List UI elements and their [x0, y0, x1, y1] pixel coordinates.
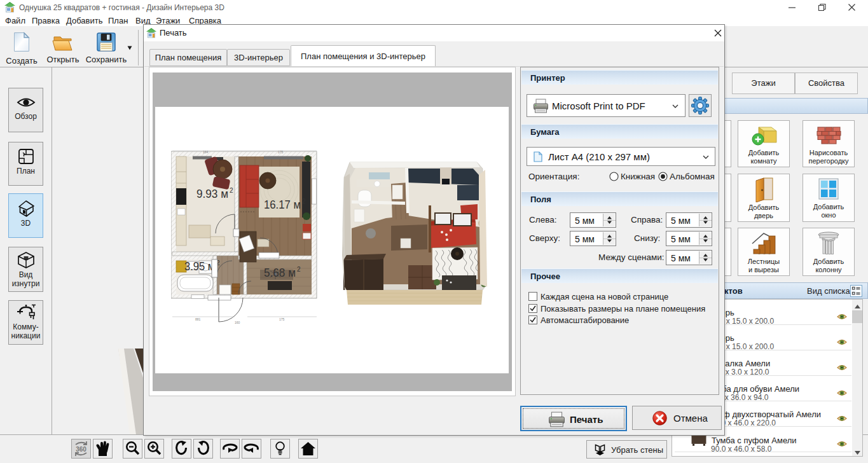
svg-text:175: 175	[279, 317, 285, 321]
svg-text:160: 160	[235, 321, 240, 324]
svg-text:2: 2	[230, 187, 233, 194]
svg-text:164: 164	[203, 150, 209, 154]
svg-text:5.68 м: 5.68 м	[264, 266, 296, 279]
svg-text:9.93 м: 9.93 м	[196, 187, 228, 200]
svg-text:2: 2	[297, 266, 301, 273]
svg-text:2: 2	[302, 198, 306, 205]
svg-text:881: 881	[195, 317, 201, 321]
svg-text:175: 175	[278, 150, 284, 154]
svg-text:16.17 м: 16.17 м	[264, 198, 301, 211]
svg-text:360: 360	[76, 446, 86, 453]
svg-text:3.95 м: 3.95 м	[184, 259, 215, 273]
